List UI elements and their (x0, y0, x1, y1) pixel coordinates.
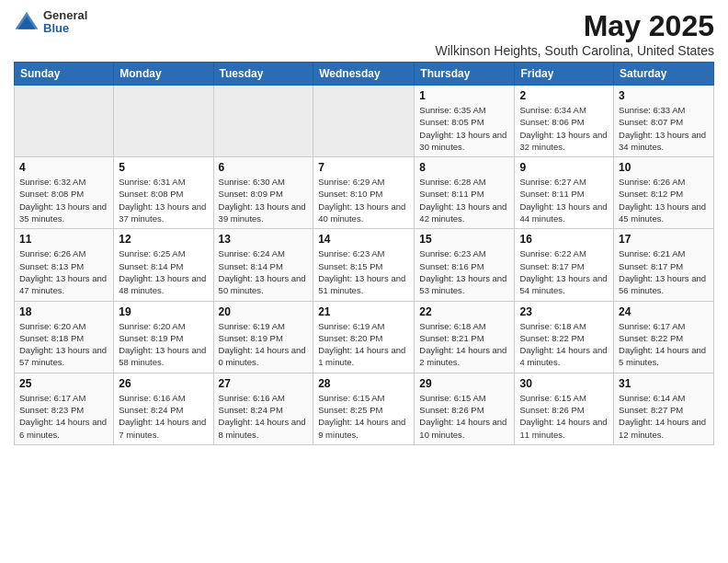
day-number: 2 (519, 89, 609, 102)
table-row: 21 Sunrise: 6:19 AM Sunset: 8:20 PM Dayl… (313, 301, 415, 373)
location-title: Wilkinson Heights, South Carolina, Unite… (436, 43, 714, 58)
calendar-table: Sunday Monday Tuesday Wednesday Thursday… (14, 62, 714, 445)
table-row: 7 Sunrise: 6:29 AM Sunset: 8:10 PM Dayli… (313, 157, 415, 229)
day-info: Sunrise: 6:22 AM Sunset: 8:17 PM Dayligh… (519, 247, 609, 296)
table-row: 30 Sunrise: 6:15 AM Sunset: 8:26 PM Dayl… (515, 373, 614, 444)
day-info: Sunrise: 6:32 AM Sunset: 8:08 PM Dayligh… (19, 176, 108, 224)
table-row: 1 Sunrise: 6:35 AM Sunset: 8:05 PM Dayli… (415, 86, 515, 157)
day-number: 22 (419, 305, 509, 318)
table-row: 22 Sunrise: 6:18 AM Sunset: 8:21 PM Dayl… (415, 301, 515, 373)
day-info: Sunrise: 6:15 AM Sunset: 8:26 PM Dayligh… (419, 392, 509, 441)
table-row: 26 Sunrise: 6:16 AM Sunset: 8:24 PM Dayl… (114, 373, 213, 444)
day-info: Sunrise: 6:30 AM Sunset: 8:09 PM Dayligh… (219, 176, 309, 224)
day-number: 21 (318, 305, 409, 318)
day-number: 17 (619, 233, 709, 246)
table-row (313, 86, 415, 157)
day-number: 20 (219, 305, 309, 318)
week-row-1: 1 Sunrise: 6:35 AM Sunset: 8:05 PM Dayli… (15, 86, 714, 157)
page-header: General Blue May 2025 Wilkinson Heights,… (14, 9, 714, 58)
table-row: 23 Sunrise: 6:18 AM Sunset: 8:22 PM Dayl… (515, 301, 614, 373)
table-row: 11 Sunrise: 6:26 AM Sunset: 8:13 PM Dayl… (15, 229, 114, 301)
table-row: 29 Sunrise: 6:15 AM Sunset: 8:26 PM Dayl… (415, 373, 515, 444)
table-row (114, 86, 213, 157)
day-info: Sunrise: 6:23 AM Sunset: 8:15 PM Dayligh… (318, 247, 409, 296)
table-row: 4 Sunrise: 6:32 AM Sunset: 8:08 PM Dayli… (15, 157, 114, 229)
day-info: Sunrise: 6:19 AM Sunset: 8:19 PM Dayligh… (219, 320, 309, 369)
table-row: 31 Sunrise: 6:14 AM Sunset: 8:27 PM Dayl… (614, 373, 714, 444)
day-number: 5 (119, 161, 208, 174)
table-row: 10 Sunrise: 6:26 AM Sunset: 8:12 PM Dayl… (614, 157, 714, 229)
day-info: Sunrise: 6:14 AM Sunset: 8:27 PM Dayligh… (619, 392, 709, 441)
header-tuesday: Tuesday (213, 63, 313, 86)
day-info: Sunrise: 6:31 AM Sunset: 8:08 PM Dayligh… (119, 176, 208, 224)
day-number: 27 (219, 377, 309, 390)
day-info: Sunrise: 6:28 AM Sunset: 8:11 PM Dayligh… (419, 176, 509, 224)
table-row: 18 Sunrise: 6:20 AM Sunset: 8:18 PM Dayl… (15, 301, 114, 373)
day-number: 18 (19, 305, 108, 318)
day-number: 10 (619, 161, 709, 174)
logo: General Blue (14, 9, 87, 36)
table-row: 3 Sunrise: 6:33 AM Sunset: 8:07 PM Dayli… (614, 86, 714, 157)
day-number: 4 (19, 161, 108, 174)
day-number: 12 (119, 233, 208, 246)
table-row: 12 Sunrise: 6:25 AM Sunset: 8:14 PM Dayl… (114, 229, 213, 301)
day-info: Sunrise: 6:15 AM Sunset: 8:26 PM Dayligh… (519, 392, 609, 441)
table-row: 27 Sunrise: 6:16 AM Sunset: 8:24 PM Dayl… (213, 373, 313, 444)
day-info: Sunrise: 6:26 AM Sunset: 8:12 PM Dayligh… (619, 176, 709, 224)
day-number: 8 (419, 161, 509, 174)
day-number: 11 (19, 233, 108, 246)
week-row-3: 11 Sunrise: 6:26 AM Sunset: 8:13 PM Dayl… (15, 229, 714, 301)
day-info: Sunrise: 6:21 AM Sunset: 8:17 PM Dayligh… (619, 247, 709, 296)
day-info: Sunrise: 6:19 AM Sunset: 8:20 PM Dayligh… (318, 320, 409, 369)
day-info: Sunrise: 6:16 AM Sunset: 8:24 PM Dayligh… (119, 392, 208, 441)
table-row: 8 Sunrise: 6:28 AM Sunset: 8:11 PM Dayli… (415, 157, 515, 229)
table-row: 6 Sunrise: 6:30 AM Sunset: 8:09 PM Dayli… (213, 157, 313, 229)
day-info: Sunrise: 6:29 AM Sunset: 8:10 PM Dayligh… (318, 176, 409, 224)
day-info: Sunrise: 6:17 AM Sunset: 8:23 PM Dayligh… (19, 392, 108, 441)
day-info: Sunrise: 6:18 AM Sunset: 8:22 PM Dayligh… (519, 320, 609, 369)
weekday-header-row: Sunday Monday Tuesday Wednesday Thursday… (15, 63, 714, 86)
day-number: 1 (419, 89, 509, 102)
day-info: Sunrise: 6:26 AM Sunset: 8:13 PM Dayligh… (19, 247, 108, 296)
table-row: 16 Sunrise: 6:22 AM Sunset: 8:17 PM Dayl… (515, 229, 614, 301)
day-info: Sunrise: 6:17 AM Sunset: 8:22 PM Dayligh… (619, 320, 709, 369)
week-row-5: 25 Sunrise: 6:17 AM Sunset: 8:23 PM Dayl… (15, 373, 714, 444)
day-number: 3 (619, 89, 709, 102)
logo-text: General Blue (43, 9, 87, 36)
day-number: 7 (318, 161, 409, 174)
table-row: 13 Sunrise: 6:24 AM Sunset: 8:14 PM Dayl… (213, 229, 313, 301)
table-row: 28 Sunrise: 6:15 AM Sunset: 8:25 PM Dayl… (313, 373, 415, 444)
day-number: 25 (19, 377, 108, 390)
day-number: 31 (619, 377, 709, 390)
table-row: 9 Sunrise: 6:27 AM Sunset: 8:11 PM Dayli… (515, 157, 614, 229)
table-row: 19 Sunrise: 6:20 AM Sunset: 8:19 PM Dayl… (114, 301, 213, 373)
day-number: 29 (419, 377, 509, 390)
logo-general-text: General (43, 9, 87, 22)
day-number: 30 (519, 377, 609, 390)
day-number: 23 (519, 305, 609, 318)
table-row: 25 Sunrise: 6:17 AM Sunset: 8:23 PM Dayl… (15, 373, 114, 444)
day-number: 14 (318, 233, 409, 246)
header-thursday: Thursday (415, 63, 515, 86)
day-number: 24 (619, 305, 709, 318)
day-info: Sunrise: 6:18 AM Sunset: 8:21 PM Dayligh… (419, 320, 509, 369)
day-info: Sunrise: 6:25 AM Sunset: 8:14 PM Dayligh… (119, 247, 208, 296)
table-row: 17 Sunrise: 6:21 AM Sunset: 8:17 PM Dayl… (614, 229, 714, 301)
table-row: 24 Sunrise: 6:17 AM Sunset: 8:22 PM Dayl… (614, 301, 714, 373)
table-row: 14 Sunrise: 6:23 AM Sunset: 8:15 PM Dayl… (313, 229, 415, 301)
logo-blue-text: Blue (43, 22, 87, 35)
day-info: Sunrise: 6:15 AM Sunset: 8:25 PM Dayligh… (318, 392, 409, 441)
header-wednesday: Wednesday (313, 63, 415, 86)
day-number: 9 (519, 161, 609, 174)
table-row: 5 Sunrise: 6:31 AM Sunset: 8:08 PM Dayli… (114, 157, 213, 229)
day-number: 15 (419, 233, 509, 246)
header-monday: Monday (114, 63, 213, 86)
logo-icon (14, 9, 40, 35)
day-info: Sunrise: 6:33 AM Sunset: 8:07 PM Dayligh… (619, 104, 709, 153)
header-sunday: Sunday (15, 63, 114, 86)
day-info: Sunrise: 6:35 AM Sunset: 8:05 PM Dayligh… (419, 104, 509, 153)
day-number: 6 (219, 161, 309, 174)
day-info: Sunrise: 6:16 AM Sunset: 8:24 PM Dayligh… (219, 392, 309, 441)
day-info: Sunrise: 6:24 AM Sunset: 8:14 PM Dayligh… (219, 247, 309, 296)
day-number: 28 (318, 377, 409, 390)
